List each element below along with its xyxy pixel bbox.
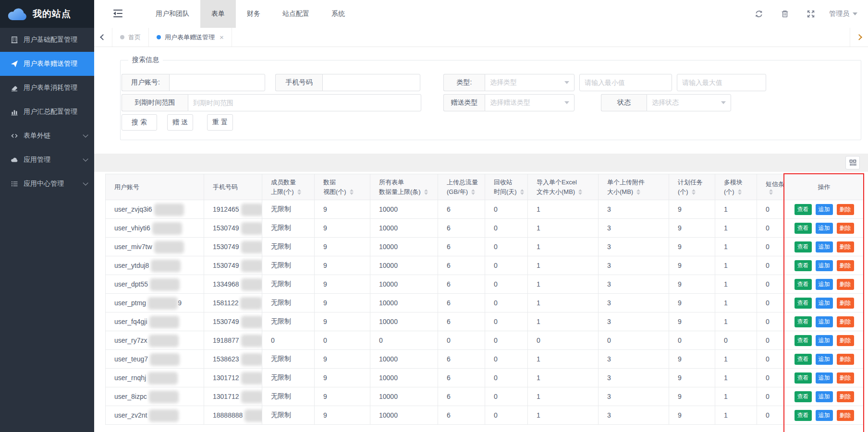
append-button[interactable]: 追加 [816, 279, 833, 290]
delete-button[interactable]: 删除 [837, 241, 854, 252]
view-button[interactable]: 查看 [795, 391, 812, 402]
column-header-10[interactable]: 多模块(个) [715, 174, 757, 200]
type-select[interactable]: 选择类型 [485, 74, 575, 91]
append-button[interactable]: 追加 [816, 241, 833, 252]
view-button[interactable]: 查看 [795, 335, 812, 346]
cell-value: 9 [323, 224, 327, 232]
min-value-input[interactable] [579, 74, 672, 91]
expand-icon[interactable] [807, 10, 815, 18]
append-button[interactable]: 追加 [816, 260, 833, 271]
app-logo[interactable]: 我的站点 [0, 0, 94, 28]
delete-button[interactable]: 删除 [837, 354, 854, 365]
tabs-scroll-left-button[interactable] [94, 28, 112, 47]
sidebar-item-4[interactable]: 表单外链 [0, 124, 94, 148]
append-button[interactable]: 追加 [816, 410, 833, 421]
sort-icon[interactable] [520, 189, 524, 195]
tab-0[interactable]: 首页 [112, 28, 149, 47]
view-button[interactable]: 查看 [795, 223, 812, 234]
refresh-icon[interactable] [755, 10, 763, 18]
sidebar-item-3[interactable]: 用户汇总配置管理 [0, 100, 94, 124]
view-button[interactable]: 查看 [795, 260, 812, 271]
nav-item-1[interactable]: 表单 [200, 0, 236, 28]
column-header-4[interactable]: 所有表单数据量上限(条) [370, 174, 438, 200]
column-settings-button[interactable] [845, 156, 860, 169]
delete-button[interactable]: 删除 [837, 316, 854, 327]
search-button[interactable]: 搜 索 [122, 114, 157, 131]
tab-1[interactable]: 用户表单赠送管理× [149, 28, 232, 47]
sort-icon[interactable] [636, 189, 640, 195]
tabs-scroll-right-button[interactable] [850, 28, 868, 47]
gift-button[interactable]: 赠 送 [167, 114, 193, 131]
column-header-line2: 文件大小(MB) [537, 187, 598, 197]
max-value-input[interactable] [677, 74, 766, 91]
sort-icon[interactable] [297, 189, 301, 195]
sort-icon[interactable] [578, 189, 582, 195]
sort-icon[interactable] [424, 189, 428, 195]
cell-value: 9 [678, 224, 682, 232]
append-button[interactable]: 追加 [816, 372, 833, 384]
column-header-3[interactable]: 数据视图(个) [315, 174, 370, 200]
column-header-7[interactable]: 导入单个Excel文件大小(MB) [528, 174, 599, 200]
view-button[interactable]: 查看 [795, 204, 812, 215]
collapse-menu-icon[interactable] [113, 10, 122, 17]
nav-item-3[interactable]: 站点配置 [271, 0, 320, 28]
blurred-text-patch [241, 391, 262, 403]
nav-item-4[interactable]: 系统 [320, 0, 356, 28]
table-row: user_zv2nt188888889无限制9100006013910查看追加删… [106, 406, 864, 425]
action-cell: 查看追加删除 [784, 294, 864, 312]
sidebar-item-0[interactable]: 用户基础配置管理 [0, 28, 94, 52]
view-button[interactable]: 查看 [795, 241, 812, 252]
view-button[interactable]: 查看 [795, 372, 812, 384]
user-menu[interactable]: 管理员 [829, 0, 857, 28]
account-input[interactable] [169, 74, 265, 91]
delete-button[interactable]: 删除 [837, 391, 854, 402]
delete-button[interactable]: 删除 [837, 372, 854, 384]
value-cell: 1 [715, 387, 757, 406]
view-button[interactable]: 查看 [795, 316, 812, 327]
delete-button[interactable]: 删除 [837, 223, 854, 234]
expire-range-input[interactable] [188, 94, 421, 111]
view-button[interactable]: 查看 [795, 410, 812, 421]
nav-item-0[interactable]: 用户和团队 [145, 0, 200, 28]
column-header-5[interactable]: 上传总流量(GB/年) [438, 174, 485, 200]
value-cell: 0 [485, 369, 528, 387]
close-icon[interactable]: × [220, 33, 224, 41]
gift-type-select[interactable]: 选择赠送类型 [485, 94, 575, 111]
nav-item-2[interactable]: 财务 [236, 0, 271, 28]
column-header-8[interactable]: 单个上传附件大小(MB) [599, 174, 669, 200]
cell-value: 9 [323, 411, 327, 419]
status-select[interactable]: 选择状态 [647, 94, 731, 111]
delete-button[interactable]: 删除 [837, 204, 854, 215]
sort-icon[interactable] [769, 189, 773, 195]
sort-icon[interactable] [692, 189, 696, 195]
sort-icon[interactable] [738, 189, 742, 195]
sidebar-item-6[interactable]: 应用中心管理 [0, 172, 94, 196]
delete-button[interactable]: 删除 [837, 335, 854, 346]
sort-icon[interactable] [471, 189, 475, 195]
append-button[interactable]: 追加 [816, 335, 833, 346]
append-button[interactable]: 追加 [816, 298, 833, 309]
reset-button[interactable]: 重 置 [207, 114, 233, 131]
delete-button[interactable]: 删除 [837, 298, 854, 309]
delete-button[interactable]: 删除 [837, 279, 854, 290]
sidebar-item-2[interactable]: 用户表单消耗管理 [0, 76, 94, 100]
trash-icon[interactable] [781, 10, 789, 18]
column-header-9[interactable]: 计划任务(个) [669, 174, 715, 200]
append-button[interactable]: 追加 [816, 354, 833, 365]
delete-button[interactable]: 删除 [837, 260, 854, 271]
append-button[interactable]: 追加 [816, 316, 833, 327]
view-button[interactable]: 查看 [795, 354, 812, 365]
append-button[interactable]: 追加 [816, 204, 833, 215]
column-header-2[interactable]: 成员数量上限(个) [262, 174, 315, 200]
sort-icon[interactable] [350, 189, 354, 195]
delete-button[interactable]: 删除 [837, 410, 854, 421]
sidebar-item-1[interactable]: 用户表单赠送管理 [0, 52, 94, 76]
view-button[interactable]: 查看 [795, 279, 812, 290]
append-button[interactable]: 追加 [816, 223, 833, 234]
view-button[interactable]: 查看 [795, 298, 812, 309]
column-header-11[interactable]: 短信条数 [757, 174, 784, 200]
append-button[interactable]: 追加 [816, 391, 833, 402]
phone-input[interactable] [322, 74, 420, 91]
sidebar-item-5[interactable]: 应用管理 [0, 148, 94, 172]
column-header-6[interactable]: 回收站时间(天) [485, 174, 528, 200]
